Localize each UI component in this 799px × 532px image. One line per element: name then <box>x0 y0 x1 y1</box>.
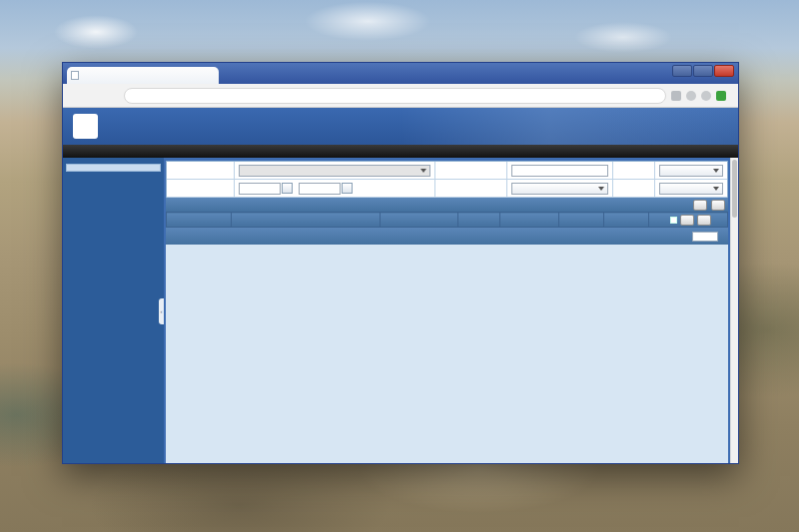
plan-no-input[interactable] <box>511 165 608 177</box>
platform-filter-label <box>435 180 507 198</box>
company-logo <box>73 114 98 139</box>
window-maximize-button[interactable] <box>693 65 713 77</box>
chevron-down-icon <box>713 169 719 173</box>
sidebar-submenu <box>66 164 161 172</box>
col-operations <box>649 213 728 228</box>
extension-icon-2[interactable] <box>686 91 696 101</box>
date-range-label <box>167 180 235 198</box>
action-strip <box>166 198 728 212</box>
desktop-background: ‹ <box>0 0 799 532</box>
status-filter-label <box>613 180 655 198</box>
date-from-input[interactable] <box>239 183 281 195</box>
page-scrollbar[interactable] <box>730 158 738 463</box>
extension-icon-1[interactable] <box>671 91 681 101</box>
approve-button[interactable] <box>697 215 711 226</box>
pagination <box>166 228 728 245</box>
select-all-checkbox[interactable] <box>670 217 677 224</box>
chevron-down-icon <box>420 169 426 173</box>
address-bar[interactable] <box>124 88 666 104</box>
chevron-down-icon <box>713 187 719 191</box>
col-quantity <box>458 213 500 228</box>
coal-select[interactable] <box>659 165 723 177</box>
sidebar-spacer <box>63 174 164 208</box>
query-button[interactable] <box>693 200 707 211</box>
col-platform <box>559 213 604 228</box>
extension-icon-4[interactable] <box>716 91 726 101</box>
content-filler <box>166 245 728 463</box>
jump-page-input[interactable] <box>692 232 718 242</box>
plans-table <box>166 212 728 228</box>
sidebar-collapse-handle[interactable]: ‹ <box>159 298 164 324</box>
col-status <box>604 213 649 228</box>
browser-toolbar <box>63 84 738 108</box>
plan-no-filter-label <box>435 162 507 180</box>
main-area <box>164 158 730 463</box>
calendar-icon[interactable] <box>342 183 353 194</box>
app-header <box>63 108 738 145</box>
tab-favicon-icon <box>71 71 79 80</box>
sidebar: ‹ <box>63 158 164 463</box>
add-from-preset-button[interactable] <box>711 200 725 211</box>
status-select[interactable] <box>659 183 723 195</box>
window-minimize-button[interactable] <box>672 65 692 77</box>
window-controls <box>672 65 734 77</box>
calendar-icon[interactable] <box>282 183 293 194</box>
unit-filter-label <box>167 162 235 180</box>
window-close-button[interactable] <box>714 65 734 77</box>
content-panel <box>166 161 728 463</box>
web-page: ‹ <box>63 108 738 463</box>
table-header-row <box>167 213 728 228</box>
browser-window: ‹ <box>62 62 739 464</box>
col-company <box>231 213 380 228</box>
browser-tab[interactable] <box>67 67 219 84</box>
chevron-down-icon <box>598 187 604 191</box>
date-to-input[interactable] <box>299 183 341 195</box>
report-button[interactable] <box>680 215 694 226</box>
col-plan-no <box>167 213 232 228</box>
col-date <box>500 213 559 228</box>
col-coal-type <box>380 213 458 228</box>
content-row: ‹ <box>63 158 738 463</box>
filter-form <box>166 161 728 198</box>
platform-select[interactable] <box>511 183 608 195</box>
status-bar <box>63 145 738 158</box>
unit-select[interactable] <box>239 165 430 177</box>
scrollbar-thumb[interactable] <box>732 160 737 218</box>
extension-icon-3[interactable] <box>701 91 711 101</box>
browser-titlebar <box>63 63 738 84</box>
coal-filter-label <box>613 162 655 180</box>
